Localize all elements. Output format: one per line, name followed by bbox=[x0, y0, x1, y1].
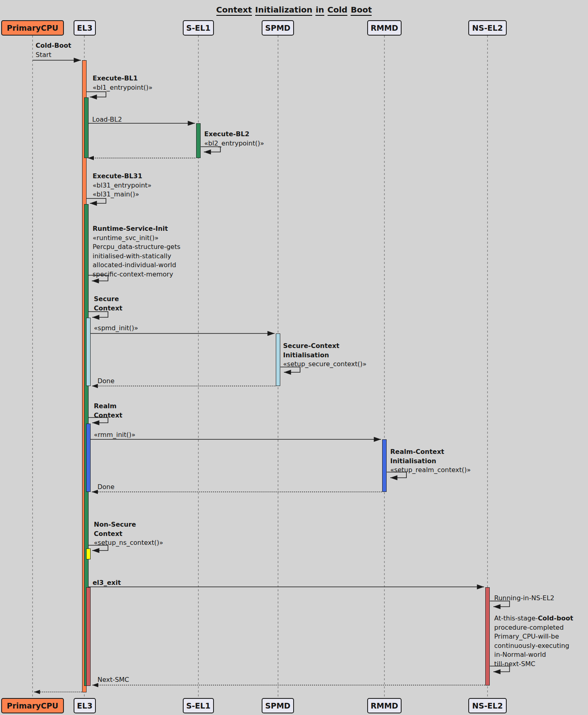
diagram-title: ContextInitializationinColdBoot bbox=[0, 5, 588, 16]
title-word: in bbox=[315, 5, 324, 16]
label-non-secure-context: Non-SecureContext«setup_ns_context()» bbox=[94, 520, 163, 548]
label-runtime-service-init: Runtime-Service-Init«runtime_svc_init()»… bbox=[93, 224, 180, 279]
selfcall-execute-bl31 bbox=[87, 198, 106, 203]
participant-primarycpu-bottom: PrimaryCPU bbox=[1, 698, 64, 713]
label-load-bl2: Load-BL2 bbox=[92, 115, 122, 124]
participant-rmmd-top: RMMD bbox=[367, 20, 402, 36]
label-realm-context: RealmContext bbox=[94, 402, 123, 420]
title-word: Cold bbox=[328, 5, 348, 16]
label-execute-bl1: Execute-BL1«bl1_entrypoint()» bbox=[93, 74, 152, 92]
label-secure-context-initialisation: Secure-ContextInitialisation«setup_secur… bbox=[283, 342, 366, 369]
label-done-spmd: Done bbox=[97, 377, 114, 386]
label-execute-bl2: Execute-BL2«bl2_entrypoint()» bbox=[204, 130, 264, 148]
label-running-in-nsel2: Running-in-NS-EL2 bbox=[494, 594, 554, 603]
selfcall-execute-bl1 bbox=[87, 92, 106, 97]
sequence-diagram: ContextInitializationinColdBoot Cold-Boo… bbox=[0, 0, 588, 715]
participant-spmd-top: SPMD bbox=[262, 20, 294, 36]
label-spmd-init: «spmd_init()» bbox=[94, 324, 138, 333]
title-word: Context bbox=[216, 5, 252, 16]
label-done-rmmd: Done bbox=[97, 483, 114, 492]
participant-sel1-top: S-EL1 bbox=[183, 20, 214, 36]
label-secure-context: SecureContext bbox=[94, 295, 123, 313]
participant-nsel2-bottom: NS-EL2 bbox=[468, 698, 507, 713]
label-coldboot-complete: At-this-stage-Cold-boot procedure-comple… bbox=[494, 614, 573, 669]
participant-nsel2-top: NS-EL2 bbox=[468, 20, 507, 36]
label-next-smc: Next-SMC bbox=[97, 675, 129, 685]
participant-rmmd-bottom: RMMD bbox=[367, 698, 402, 713]
label-realm-context-initialisation: Realm-ContextInitialisation«setup_realm_… bbox=[390, 447, 471, 475]
participant-el3-top: EL3 bbox=[74, 20, 96, 36]
participant-el3-bottom: EL3 bbox=[74, 698, 96, 713]
participant-primarycpu-top: PrimaryCPU bbox=[1, 20, 64, 36]
title-word: Boot bbox=[351, 5, 372, 16]
label-cold-boot-start: Cold-BootStart bbox=[36, 41, 71, 59]
label-el3-exit: el3_exit bbox=[93, 578, 121, 588]
participant-sel1-bottom: S-EL1 bbox=[183, 698, 214, 713]
label-execute-bl31: Execute-BL31«bl31_entrypoint»«bl31_main(… bbox=[93, 172, 152, 199]
title-word: Initialization bbox=[255, 5, 313, 16]
label-rmm-init: «rmm_init()» bbox=[94, 430, 135, 440]
participant-spmd-bottom: SPMD bbox=[262, 698, 294, 713]
